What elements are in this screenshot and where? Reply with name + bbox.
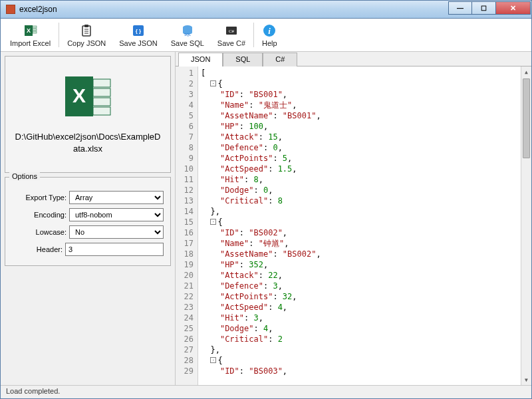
save-cs-button[interactable]: C# Save C# (211, 20, 252, 50)
svg-rect-23 (93, 107, 110, 115)
maximize-button[interactable]: ☐ (472, 1, 496, 15)
clipboard-icon (79, 23, 94, 38)
tab-cs[interactable]: C# (263, 53, 297, 66)
save-json-label: Save JSON (119, 39, 157, 47)
lowcase-label: Lowcase: (12, 228, 69, 236)
tab-json[interactable]: JSON (178, 53, 223, 66)
fold-toggle-icon[interactable]: - (210, 357, 216, 363)
right-panel: JSON SQL C# 1234567891011121314151617181… (175, 52, 531, 385)
import-excel-button[interactable]: X Import Excel (3, 20, 57, 50)
export-type-select[interactable]: Array (69, 191, 164, 204)
svg-rect-20 (93, 79, 110, 87)
svg-text:SQL: SQL (184, 33, 191, 37)
file-box: X D:\GitHub\excel2json\Docs\ExampleData.… (5, 56, 171, 173)
options-group: Options Export Type: Array Encoding: utf… (5, 177, 171, 266)
svg-rect-4 (33, 31, 37, 33)
window-title: excel2json (19, 5, 57, 14)
lowcase-select[interactable]: No (69, 225, 164, 239)
app-icon (6, 5, 15, 14)
import-excel-label: Import Excel (10, 39, 51, 47)
status-bar: Load completed. (1, 385, 531, 398)
minimize-button[interactable]: — (448, 1, 472, 15)
help-button[interactable]: i Help (255, 20, 284, 50)
copy-json-button[interactable]: Copy JSON (61, 20, 112, 50)
header-input[interactable] (65, 243, 164, 256)
scroll-up-icon[interactable]: ▲ (521, 66, 531, 77)
info-icon: i (262, 23, 277, 38)
code-area[interactable]: [ -{ "ID": "BS001", "Name": "鬼道士", "Asse… (198, 66, 531, 385)
help-label: Help (262, 39, 277, 47)
header-label: Header: (12, 245, 65, 253)
titlebar: excel2json — ☐ ✕ (0, 0, 532, 19)
tab-sql[interactable]: SQL (223, 53, 263, 66)
scrollbar[interactable]: ▲ ▼ (521, 66, 531, 385)
svg-text:X: X (72, 84, 86, 106)
status-text: Load completed. (6, 387, 60, 395)
svg-rect-3 (33, 29, 37, 31)
encoding-label: Encoding: (12, 211, 69, 219)
svg-text:i: i (269, 26, 271, 36)
excel-large-icon: X (61, 72, 114, 120)
svg-rect-2 (33, 26, 37, 28)
svg-text:C#: C# (229, 29, 235, 34)
toolbar: X Import Excel Copy JSON { } Save JSON S… (1, 19, 531, 52)
scroll-down-icon[interactable]: ▼ (521, 374, 531, 385)
svg-text:{ }: { } (136, 28, 141, 34)
csharp-icon: C# (224, 23, 239, 38)
copy-json-label: Copy JSON (67, 39, 106, 47)
encoding-select[interactable]: utf8-nobom (69, 208, 164, 221)
json-icon: { } (131, 23, 146, 38)
excel-icon: X (23, 23, 38, 38)
save-sql-button[interactable]: SQL Save SQL (164, 20, 211, 50)
tabs: JSON SQL C# (176, 52, 531, 66)
sql-icon: SQL (180, 23, 195, 38)
file-path: D:\GitHub\excel2json\Docs\ExampleData.xl… (9, 131, 166, 155)
fold-toggle-icon[interactable]: - (210, 80, 216, 86)
svg-text:X: X (27, 27, 31, 34)
scroll-thumb[interactable] (523, 78, 530, 158)
save-cs-label: Save C# (217, 39, 245, 47)
options-legend: Options (9, 172, 40, 180)
fold-toggle-icon[interactable]: - (210, 219, 216, 225)
close-button[interactable]: ✕ (496, 1, 531, 15)
svg-rect-6 (84, 25, 88, 27)
save-json-button[interactable]: { } Save JSON (112, 20, 164, 50)
export-type-label: Export Type: (12, 194, 69, 201)
save-sql-label: Save SQL (171, 39, 204, 47)
svg-rect-21 (93, 88, 110, 96)
line-gutter: 1234567891011121314151617181920212223242… (176, 66, 198, 385)
code-editor[interactable]: 1234567891011121314151617181920212223242… (176, 66, 531, 385)
left-panel: X D:\GitHub\excel2json\Docs\ExampleData.… (1, 52, 175, 385)
window-buttons: — ☐ ✕ (448, 1, 531, 15)
svg-rect-22 (93, 98, 110, 106)
